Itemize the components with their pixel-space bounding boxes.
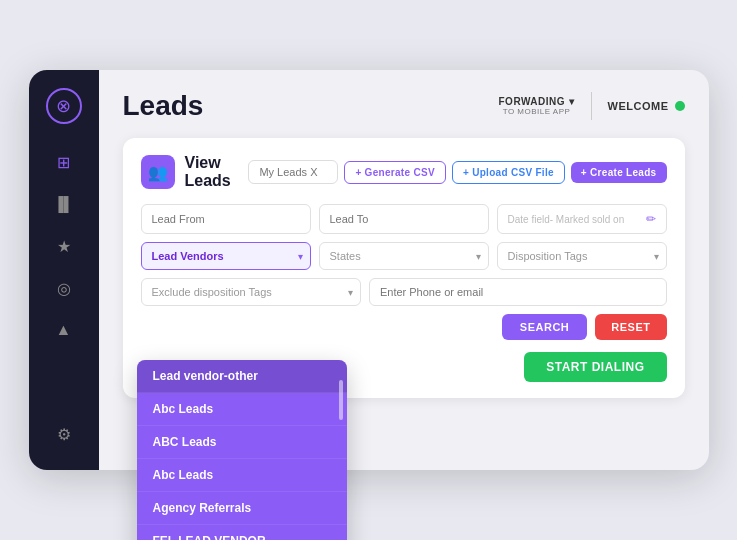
dropdown-item-1[interactable]: Abc Leads (137, 393, 347, 426)
sidebar-item-grid[interactable]: ⊞ (46, 144, 82, 180)
sidebar-item-star[interactable]: ★ (46, 228, 82, 264)
date-field-input[interactable]: Date field- Marked sold on ✏ (497, 204, 667, 234)
header-actions: Generate CSV Upload CSV File Create Lead… (248, 160, 666, 184)
star-icon: ★ (57, 237, 71, 256)
sidebar-logo[interactable]: ⊗ (46, 88, 82, 124)
states-wrapper: States ▾ (319, 242, 489, 270)
form-row-3: Exclude disposition Tags ▾ (141, 278, 667, 306)
forwarding-button[interactable]: FORWADING ▾ TO MOBILE APP (499, 96, 575, 116)
chevron-down-icon: ▾ (569, 96, 575, 107)
dropdown-item-3[interactable]: Abc Leads (137, 459, 347, 492)
search-button[interactable]: SEARCH (502, 314, 587, 340)
online-indicator (675, 101, 685, 111)
dropdown-item-5[interactable]: FEL LEAD VENDOR (137, 525, 347, 540)
logo-icon: ⊗ (56, 95, 71, 117)
view-leads-title: View Leads (185, 154, 239, 190)
gear-icon: ⚙ (57, 425, 71, 444)
upload-csv-button[interactable]: Upload CSV File (452, 161, 565, 184)
triangle-icon: ▲ (56, 321, 72, 339)
phone-email-input[interactable] (369, 278, 667, 306)
lead-from-input[interactable] (141, 204, 311, 234)
sidebar-item-triangle[interactable]: ▲ (46, 312, 82, 348)
welcome-badge: WELCOME (608, 100, 685, 112)
sidebar-settings[interactable]: ⚙ (46, 416, 82, 452)
target-icon: ◎ (57, 279, 71, 298)
dropdown-item-4[interactable]: Agency Referrals (137, 492, 347, 525)
view-leads-icon: 👥 (141, 155, 175, 189)
scrollbar[interactable] (339, 380, 343, 420)
dropdown-item-2[interactable]: ABC Leads (137, 426, 347, 459)
sidebar-item-target[interactable]: ◎ (46, 270, 82, 306)
lead-vendors-select[interactable]: Lead Vendors (141, 242, 311, 270)
users-icon: 👥 (148, 163, 168, 182)
page-title: Leads (123, 90, 204, 122)
chart-icon: ▐▌ (54, 196, 74, 212)
forwarding-label: FORWADING (499, 96, 566, 107)
search-reset-group: SEARCH RESET (502, 314, 667, 340)
start-dialing-button[interactable]: START DIALING (524, 352, 666, 382)
form-row-2: Lead Vendors ▾ States ▾ Disposition Tags… (141, 242, 667, 270)
reset-button[interactable]: RESET (595, 314, 666, 340)
date-field-label: Date field- Marked sold on (508, 214, 625, 225)
lead-vendors-wrapper: Lead Vendors ▾ (141, 242, 311, 270)
dropdown-item-0[interactable]: Lead vendor-other (137, 360, 347, 393)
edit-icon[interactable]: ✏ (646, 212, 656, 226)
exclude-disposition-wrapper: Exclude disposition Tags ▾ (141, 278, 361, 306)
create-leads-button[interactable]: Create Leads (571, 162, 667, 183)
header-right: FORWADING ▾ TO MOBILE APP WELCOME (499, 92, 685, 120)
lead-vendors-dropdown: Lead vendor-other Abc Leads ABC Leads Ab… (137, 360, 347, 540)
sidebar: ⊗ ⊞ ▐▌ ★ ◎ ▲ ⚙ (29, 70, 99, 470)
grid-icon: ⊞ (57, 153, 70, 172)
view-leads-header: 👥 View Leads Generate CSV Upload CSV Fil… (141, 154, 667, 190)
welcome-label: WELCOME (608, 100, 669, 112)
actions-row: SEARCH RESET (141, 314, 667, 340)
form-row-1: Date field- Marked sold on ✏ (141, 204, 667, 234)
forwarding-sub: TO MOBILE APP (503, 107, 571, 116)
header: Leads FORWADING ▾ TO MOBILE APP WELCOME (123, 90, 685, 122)
header-divider (591, 92, 592, 120)
sidebar-item-chart[interactable]: ▐▌ (46, 186, 82, 222)
inner-card: 👥 View Leads Generate CSV Upload CSV Fil… (123, 138, 685, 398)
generate-csv-button[interactable]: Generate CSV (344, 161, 446, 184)
states-select[interactable]: States (319, 242, 489, 270)
my-leads-input[interactable] (248, 160, 338, 184)
disposition-tags-wrapper: Disposition Tags ▾ (497, 242, 667, 270)
lead-to-input[interactable] (319, 204, 489, 234)
disposition-tags-select[interactable]: Disposition Tags (497, 242, 667, 270)
exclude-disposition-select[interactable]: Exclude disposition Tags (141, 278, 361, 306)
